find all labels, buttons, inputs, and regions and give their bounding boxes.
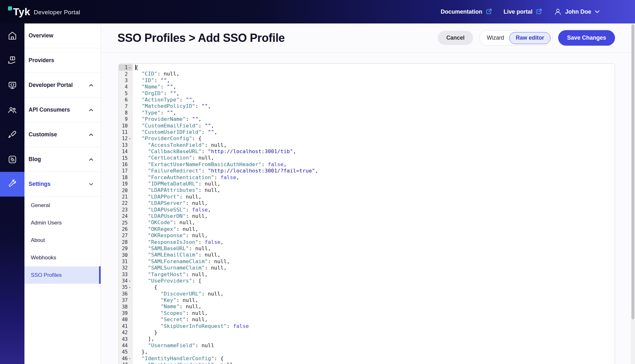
- sidebar-subitem-admin-users[interactable]: Admin Users: [24, 214, 101, 231]
- fold-toggle-icon[interactable]: ▾: [128, 286, 132, 289]
- chevron-up-icon: [89, 83, 94, 88]
- line-number: 33: [122, 272, 128, 277]
- code-line-11: "CustomUserIDField": "",: [135, 129, 615, 135]
- code-token: ,: [315, 168, 318, 174]
- rail-item-blog[interactable]: [0, 147, 24, 172]
- code-token: "CustomEmailField": [142, 123, 198, 129]
- code-line-7: "MatchedPolicyID": "",: [135, 103, 615, 109]
- sidebar-subitem-webhooks[interactable]: Webhooks: [24, 249, 101, 266]
- code-token: "": [186, 97, 192, 103]
- gutter-line-45: 45: [119, 349, 132, 355]
- code-token: : {: [192, 135, 202, 141]
- code-token: ,: [211, 123, 214, 129]
- code-token: "ProviderConfig": [142, 135, 192, 141]
- code-token: "OKRegex": [148, 226, 176, 232]
- code-token: }: [135, 329, 157, 335]
- rail-item-overview[interactable]: [0, 23, 24, 48]
- code-token: [135, 245, 148, 251]
- code-token: false: [192, 207, 208, 213]
- sidebar-subitem-sso-profiles[interactable]: SSO Profiles: [24, 266, 101, 284]
- documentation-link[interactable]: Documentation: [441, 8, 492, 15]
- code-line-22: "LDAPServer": null,: [135, 200, 615, 206]
- gutter-line-3: 3: [119, 77, 132, 84]
- fold-toggle-icon[interactable]: ▾: [128, 137, 132, 140]
- gutter-line-37: 37: [119, 297, 132, 303]
- sidebar-item-overview[interactable]: Overview: [24, 23, 101, 48]
- sidebar-item-customise[interactable]: Customise: [24, 122, 101, 147]
- gutter-line-36: 36: [119, 291, 132, 297]
- code-token: : null,: [179, 194, 202, 200]
- wizard-toggle-option[interactable]: Wizard: [481, 35, 509, 41]
- live-portal-label: Live portal: [504, 9, 532, 15]
- sidebar-item-blog[interactable]: Blog: [24, 147, 101, 172]
- code-token: [135, 129, 142, 135]
- fold-toggle-icon[interactable]: ▾: [128, 66, 132, 69]
- sidebar-subitem-about[interactable]: About: [24, 231, 101, 249]
- sidebar-item-developer-portal[interactable]: Developer Portal: [24, 73, 101, 98]
- sidebar-subitem-label: SSO Profiles: [31, 272, 62, 278]
- rail-item-developer-portal[interactable]: [0, 73, 24, 98]
- code-token: "OKCode": [148, 219, 173, 225]
- code-token: "Key": [160, 297, 176, 303]
- line-number: 19: [122, 181, 128, 187]
- code-line-29: "SAMLBaseURL": null,: [135, 245, 615, 252]
- code-token: ,: [173, 84, 176, 90]
- rail-item-api-consumers[interactable]: [0, 98, 24, 122]
- code-token: ,: [214, 129, 217, 135]
- sidebar-item-settings[interactable]: Settings: [24, 172, 101, 197]
- code-token: :: [195, 103, 202, 109]
- code-token: :: [202, 129, 208, 135]
- rail-item-settings[interactable]: [0, 172, 24, 197]
- gutter-line-43: 43: [119, 336, 132, 342]
- line-number: 42: [122, 330, 128, 335]
- rail-item-customise[interactable]: [0, 122, 24, 147]
- code-line-38: "Name": null,: [135, 303, 615, 310]
- line-number: 26: [122, 226, 128, 232]
- code-token: ,: [173, 110, 176, 116]
- code-line-47: "DashboardCredential": null: [135, 362, 615, 364]
- code-token: "": [192, 116, 198, 122]
- scrollbar-thumb[interactable]: [632, 24, 634, 319]
- vertical-scrollbar[interactable]: [631, 23, 635, 364]
- editor-code-area[interactable]: { "CID": null, "ID": "", "Name": "", "Or…: [133, 64, 615, 364]
- code-line-13: "AccessTokenField": null,: [135, 142, 615, 148]
- live-portal-link[interactable]: Live portal: [504, 8, 542, 15]
- line-number: 29: [122, 246, 128, 251]
- sidebar-item-api-consumers[interactable]: API Consumers: [24, 98, 101, 122]
- code-token: [135, 291, 160, 297]
- sidebar-item-label: API Consumers: [29, 107, 70, 113]
- gutter-line-44: 44: [119, 342, 132, 349]
- sidebar-subitem-general[interactable]: General: [24, 197, 101, 214]
- api-consumers-icon: [7, 105, 18, 115]
- code-line-31: "SAMLForenameClaim": null,: [135, 258, 615, 265]
- save-changes-button[interactable]: Save Changes: [558, 30, 615, 46]
- line-number: 34: [122, 278, 128, 284]
- line-number: 41: [122, 323, 128, 329]
- gutter-line-2: 2: [119, 71, 132, 77]
- user-menu[interactable]: John Doe: [554, 8, 600, 16]
- code-line-10: "CustomEmailField": "",: [135, 123, 615, 129]
- code-token: : null,: [173, 219, 195, 225]
- page-header: SSO Profiles > Add SSO Profile Cancel Wi…: [101, 23, 635, 53]
- gutter-line-24: 24: [119, 213, 132, 219]
- line-number: 16: [122, 162, 128, 167]
- code-token: "": [202, 103, 208, 109]
- code-token: : null,: [189, 245, 211, 251]
- code-token: :: [160, 84, 167, 90]
- code-line-36: "DiscoverURL": null,: [135, 291, 615, 297]
- rail-item-providers[interactable]: [0, 48, 24, 73]
- code-token: [135, 187, 148, 193]
- code-token: "": [161, 77, 167, 83]
- cancel-button[interactable]: Cancel: [438, 31, 473, 45]
- code-token: {: [135, 284, 157, 290]
- sidebar-item-providers[interactable]: Providers: [24, 48, 101, 73]
- fold-toggle-icon[interactable]: ▾: [128, 279, 132, 283]
- code-token: ,: [208, 103, 211, 109]
- gutter-line-9: 9: [119, 116, 132, 122]
- code-token: "Name": [142, 84, 161, 90]
- gutter-line-35: 35▾: [119, 284, 132, 290]
- fold-toggle-icon[interactable]: ▾: [128, 357, 132, 360]
- raw-editor-toggle-option[interactable]: Raw editor: [509, 32, 550, 44]
- tyk-logo[interactable]: Tyk Developer Portal: [8, 6, 80, 18]
- code-token: [135, 103, 142, 109]
